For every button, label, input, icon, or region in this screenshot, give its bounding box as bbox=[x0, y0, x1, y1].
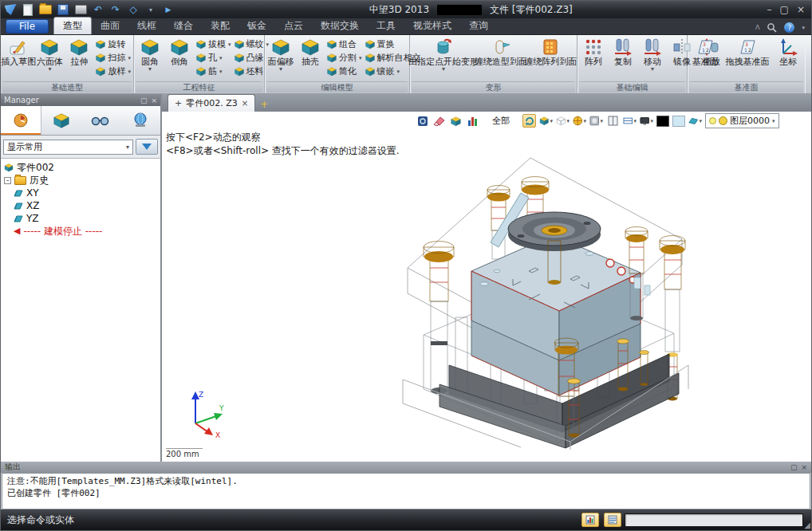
graphics-viewport[interactable]: 全部 bbox=[161, 112, 811, 462]
output-log[interactable]: 注意:不能用[Templates_MM.Z3]格式来读取[wintel]. 已创… bbox=[2, 473, 810, 509]
copy-button[interactable]: 复制 bbox=[609, 37, 637, 81]
manager-tab-assembly[interactable] bbox=[41, 106, 81, 135]
minimize-button[interactable]: – bbox=[767, 4, 772, 15]
wireframe-display-icon[interactable] bbox=[556, 114, 570, 128]
lip-button[interactable]: 凸缘 bbox=[234, 52, 270, 64]
qat-dropdown-caret-icon[interactable]: ▾ bbox=[144, 3, 157, 16]
split-button[interactable]: 分割 bbox=[326, 52, 362, 64]
document-tab-active[interactable]: + 零件002. Z3 × bbox=[168, 94, 255, 112]
3d-model-mold-assembly[interactable] bbox=[401, 151, 692, 450]
tree-item-history[interactable]: - 历史 bbox=[4, 174, 160, 187]
shell-button[interactable]: 抽壳 bbox=[296, 37, 325, 81]
tab-pointcloud[interactable]: 点云 bbox=[275, 18, 312, 34]
filter-funnel-button[interactable] bbox=[136, 139, 158, 155]
new-tab-button[interactable]: + bbox=[260, 99, 268, 112]
tab-assembly[interactable]: 装配 bbox=[202, 18, 238, 34]
align-view-icon[interactable] bbox=[623, 114, 637, 128]
rotate-view-icon[interactable] bbox=[522, 114, 536, 128]
eraser-icon[interactable] bbox=[432, 114, 446, 128]
face-style-icon[interactable] bbox=[688, 114, 702, 128]
box-button[interactable]: 六面体 ▾ bbox=[35, 37, 64, 81]
display-filter-select[interactable]: 显示常用 ▾ bbox=[3, 140, 133, 155]
close-button[interactable]: × bbox=[797, 4, 805, 15]
color-wheel-icon[interactable] bbox=[573, 114, 586, 128]
output-close-icon[interactable]: × bbox=[801, 463, 807, 471]
histogram-icon[interactable] bbox=[466, 114, 479, 128]
hole-button[interactable]: 孔 bbox=[195, 52, 231, 64]
help-caret-icon[interactable]: ▾ bbox=[802, 25, 805, 31]
move-button[interactable]: 移动 ▾ bbox=[638, 37, 667, 81]
tree-item-rollback-marker[interactable]: ◀ ----- 建模停止 ----- bbox=[4, 225, 160, 238]
csys-button[interactable]: 坐标 bbox=[774, 37, 802, 81]
tab-stitch[interactable]: 缝合 bbox=[165, 18, 202, 34]
layer-color-icon[interactable] bbox=[719, 116, 727, 125]
filter-scope-label[interactable]: 全部 bbox=[492, 115, 510, 127]
manager-maximize-icon[interactable]: ▢ bbox=[140, 96, 148, 104]
tab-close-icon[interactable]: × bbox=[242, 99, 248, 108]
highlight-color-swatch[interactable] bbox=[672, 116, 685, 127]
pattern-button[interactable]: 阵列 bbox=[579, 37, 608, 81]
filter-list-button[interactable] bbox=[581, 513, 599, 527]
viewport-layout-icon[interactable] bbox=[606, 114, 620, 128]
locate-part-icon[interactable] bbox=[416, 114, 429, 128]
play-button[interactable]: ▶ bbox=[162, 3, 175, 16]
datum-plane-button[interactable]: 基准面 bbox=[690, 37, 721, 81]
sweep-button[interactable]: 扫掠 bbox=[95, 52, 131, 64]
display-settings-icon[interactable] bbox=[640, 114, 653, 128]
file-menu-button[interactable]: File bbox=[6, 19, 49, 33]
dropdown-caret-icon[interactable]: ▾ bbox=[651, 67, 654, 72]
rib-button[interactable]: 筋 bbox=[195, 65, 231, 77]
loft-button[interactable]: 放样 bbox=[95, 65, 131, 77]
combine-button[interactable]: 组合 bbox=[326, 38, 362, 50]
shaded-display-icon[interactable] bbox=[539, 114, 553, 128]
new-file-button[interactable] bbox=[22, 3, 34, 16]
tab-surface[interactable]: 曲面 bbox=[92, 18, 128, 34]
dropdown-caret-icon[interactable]: ▾ bbox=[279, 67, 282, 72]
output-maximize-icon[interactable]: ▢ bbox=[790, 463, 798, 471]
ribbon-collapse-icon[interactable]: ᐱ bbox=[755, 24, 759, 31]
layer-combo[interactable]: 图层0000 ▾ bbox=[705, 113, 779, 128]
redo-button[interactable]: ↷ bbox=[109, 3, 122, 16]
tab-tools[interactable]: 工具 bbox=[368, 18, 404, 34]
wrap-pattern-to-face-button[interactable]: 缠绕阵列到面 bbox=[526, 37, 576, 81]
layer-visibility-icon[interactable] bbox=[709, 117, 716, 124]
fillet-button[interactable]: 圆角 ▾ bbox=[136, 37, 164, 81]
tree-expander-icon[interactable]: - bbox=[4, 177, 11, 184]
chamfer-button[interactable]: 倒角 bbox=[165, 37, 194, 81]
revolve-button[interactable]: 旋转 bbox=[95, 38, 131, 50]
output-toggle-button[interactable] bbox=[604, 513, 621, 527]
drag-datum-plane-button[interactable]: 拖拽基准面 bbox=[723, 37, 771, 81]
background-color-swatch[interactable] bbox=[656, 116, 669, 127]
tree-item-root[interactable]: 零件002 bbox=[4, 161, 160, 174]
maximize-button[interactable]: ▢ bbox=[780, 4, 789, 15]
shape-palette-icon[interactable] bbox=[449, 114, 463, 128]
stock-button[interactable]: 坯料 bbox=[234, 65, 270, 77]
tab-shape[interactable]: 造型 bbox=[53, 17, 92, 34]
manager-tab-visibility[interactable] bbox=[81, 106, 121, 135]
dropdown-caret-icon[interactable]: ▾ bbox=[442, 67, 445, 72]
face-offset-button[interactable]: 面偏移 ▾ bbox=[266, 37, 295, 81]
print-button[interactable] bbox=[74, 3, 87, 16]
dropdown-caret-icon[interactable]: ▾ bbox=[148, 67, 152, 72]
resize-grip[interactable]: ◢ bbox=[804, 521, 810, 529]
app-logo-icon[interactable] bbox=[4, 3, 17, 16]
tree-item-plane-xz[interactable]: XZ bbox=[4, 199, 160, 212]
insert-sketch-button[interactable]: 插入草图 bbox=[2, 37, 34, 81]
selection-filter-button[interactable]: ◇ bbox=[127, 3, 140, 16]
tab-inquire[interactable]: 查询 bbox=[460, 18, 497, 34]
help-icon[interactable]: ? bbox=[784, 22, 794, 33]
simplify-button[interactable]: 简化 bbox=[326, 65, 362, 77]
manager-close-icon[interactable]: × bbox=[151, 96, 157, 104]
deform-from-point-button[interactable]: 由指定点开始变形 ▾ bbox=[412, 37, 475, 81]
thread-button[interactable]: 螺纹 bbox=[234, 38, 270, 50]
save-button[interactable] bbox=[57, 3, 69, 16]
extrude-button[interactable]: 拉伸 bbox=[65, 37, 93, 81]
tab-sheetmetal[interactable]: 钣金 bbox=[238, 18, 275, 34]
dropdown-caret-icon[interactable]: ▾ bbox=[48, 67, 51, 72]
status-progress-field[interactable] bbox=[625, 513, 803, 527]
manager-tab-history[interactable] bbox=[1, 106, 41, 135]
search-icon[interactable] bbox=[767, 22, 777, 33]
wrap-shape-to-face-button[interactable]: 缠绕造型到面 bbox=[476, 37, 526, 81]
tab-visual-style[interactable]: 视觉样式 bbox=[404, 18, 460, 34]
tree-item-plane-yz[interactable]: YZ bbox=[4, 212, 160, 225]
